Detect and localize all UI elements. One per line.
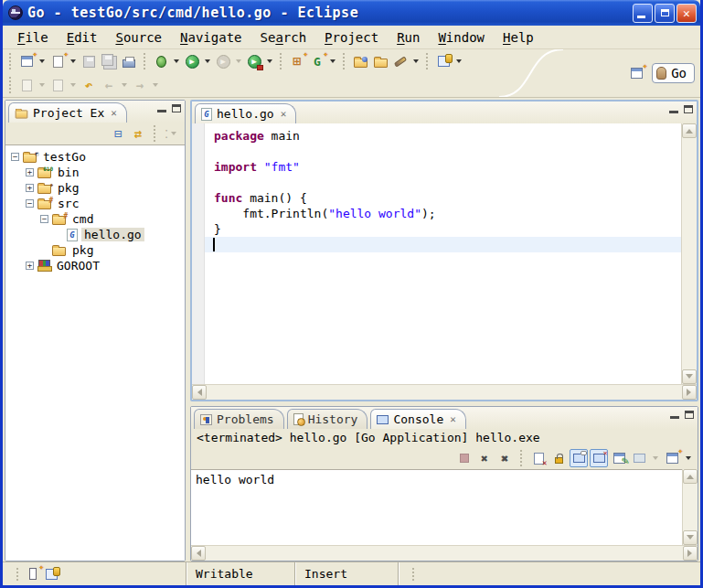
scroll-right-button[interactable] <box>683 546 698 561</box>
menu-source[interactable]: Source <box>106 27 171 48</box>
explorer-content[interactable]: −◩testGo+010bin+◆pkg−#src−#cmdGhello.gop… <box>5 144 185 561</box>
tree-item-src[interactable]: −#src <box>5 196 185 211</box>
save-all-button[interactable] <box>100 52 118 70</box>
annotation-ruler[interactable] <box>192 123 205 384</box>
expand-expander-icon[interactable]: + <box>26 184 34 192</box>
console-horizontal-scrollbar[interactable] <box>191 545 698 561</box>
minimize-view-icon[interactable] <box>157 110 166 112</box>
new-file-dropdown[interactable] <box>70 59 76 63</box>
maximize-view-icon[interactable] <box>685 411 694 419</box>
new-go-element-button[interactable]: G✦ <box>308 52 326 70</box>
previous-annotation-dropdown[interactable] <box>70 83 76 87</box>
scroll-down-button[interactable] <box>682 369 697 384</box>
close-icon[interactable]: ✕ <box>111 107 117 119</box>
previous-annotation-button[interactable] <box>48 76 67 94</box>
scroll-right-button[interactable] <box>682 385 697 400</box>
new-go-element-dropdown[interactable] <box>330 59 336 63</box>
scroll-down-button[interactable] <box>683 530 698 545</box>
toolbar-gripper[interactable] <box>343 53 346 69</box>
clear-console-button[interactable]: ✕ <box>529 449 548 467</box>
debug-dropdown[interactable] <box>174 59 179 63</box>
last-edit-location-button[interactable]: ↶ <box>80 76 98 94</box>
sync-launch-dropdown[interactable] <box>456 59 462 63</box>
display-console-dropdown[interactable] <box>653 456 658 460</box>
show-stdout-toggle-button[interactable] <box>570 449 588 467</box>
sync-launch-button[interactable] <box>434 52 453 70</box>
debug-button[interactable] <box>152 52 170 70</box>
remove-launch-button[interactable]: ✖ <box>475 449 494 467</box>
scroll-left-button[interactable] <box>191 546 206 561</box>
code-line[interactable]: } <box>205 221 681 237</box>
collapse-all-button[interactable]: ⊟ <box>109 124 127 143</box>
open-folder-button[interactable] <box>351 52 369 70</box>
close-button[interactable]: ✕ <box>676 4 697 23</box>
menu-help[interactable]: Help <box>494 27 543 48</box>
back-dropdown[interactable] <box>122 83 127 87</box>
toolbar-gripper[interactable] <box>9 53 12 69</box>
external-tools-button[interactable]: ▶ <box>245 52 263 70</box>
minimize-view-icon[interactable] <box>669 111 678 113</box>
toolbar-gripper[interactable] <box>144 53 146 69</box>
search-dropdown[interactable] <box>413 59 419 63</box>
console-output-area[interactable]: hello world <box>191 469 682 545</box>
next-annotation-dropdown[interactable] <box>39 83 45 87</box>
code-line[interactable] <box>205 144 681 159</box>
menu-edit[interactable]: Edit <box>58 27 107 48</box>
menu-file[interactable]: File <box>8 27 58 48</box>
code-line[interactable]: fmt.Println("hello world"); <box>205 206 681 221</box>
expand-expander-icon[interactable]: + <box>26 262 34 270</box>
tab-console[interactable]: Console✕ <box>370 409 465 429</box>
tab-hello-go[interactable]: G hello.go ✕ <box>195 103 296 123</box>
scroll-up-button[interactable] <box>683 469 698 484</box>
tree-item-hello-go[interactable]: Ghello.go <box>5 227 185 242</box>
view-menu-button[interactable]: ⁚ <box>163 124 181 143</box>
menu-navigate[interactable]: Navigate <box>171 27 250 48</box>
tree-item-cmd[interactable]: −#cmd <box>5 211 185 227</box>
open-perspective-button[interactable]: ✦ <box>627 64 645 82</box>
code-line[interactable]: package main <box>205 128 681 144</box>
expand-expander-icon[interactable]: + <box>26 168 34 176</box>
collapse-expander-icon[interactable]: − <box>11 153 19 161</box>
forward-button[interactable]: → <box>131 76 149 94</box>
fast-view-button[interactable]: ✦ <box>24 565 42 583</box>
profile-button[interactable]: ▶ <box>214 52 232 70</box>
search-button[interactable] <box>391 52 410 70</box>
save-button[interactable] <box>80 52 98 70</box>
link-with-editor-button[interactable]: ⇄ <box>129 124 147 143</box>
toolbar-gripper[interactable] <box>280 53 282 69</box>
toolbar-gripper[interactable] <box>426 53 429 69</box>
tab-history[interactable]: History <box>287 409 368 429</box>
show-stderr-toggle-button[interactable]: ✕ <box>590 449 608 467</box>
code-line[interactable] <box>205 175 681 190</box>
open-console-dropdown[interactable] <box>686 456 691 460</box>
go-perspective-button[interactable]: Go <box>652 63 695 83</box>
toolbar-gripper[interactable] <box>9 77 12 93</box>
new-wizard-dropdown[interactable] <box>39 59 45 63</box>
code-area[interactable]: package mainimport "fmt"func main() { fm… <box>205 123 681 384</box>
maximize-button[interactable] <box>655 4 675 23</box>
menu-project[interactable]: Project <box>315 27 388 48</box>
editor-vertical-scrollbar[interactable] <box>681 123 697 384</box>
new-wizard-button[interactable]: ✦ <box>17 52 36 70</box>
open-resource-button[interactable] <box>371 52 389 70</box>
remove-all-launches-button[interactable]: ✖✖ <box>495 449 514 467</box>
menu-window[interactable]: Window <box>429 27 494 48</box>
minimize-button[interactable] <box>633 4 653 23</box>
forward-dropdown[interactable] <box>153 83 158 87</box>
run-dropdown[interactable] <box>205 59 210 63</box>
collapse-expander-icon[interactable]: − <box>26 199 34 208</box>
tab-project-explorer[interactable]: Project Ex ✕ <box>8 102 127 123</box>
minimize-view-icon[interactable] <box>670 416 679 419</box>
terminate-button[interactable] <box>455 449 474 467</box>
code-line[interactable]: import "fmt" <box>205 159 681 175</box>
scroll-left-button[interactable] <box>192 385 207 400</box>
menu-run[interactable]: Run <box>388 27 429 48</box>
scroll-up-button[interactable] <box>682 123 697 138</box>
console-vertical-scrollbar[interactable] <box>682 469 698 545</box>
tree-item-pkg[interactable]: +◆pkg <box>5 180 185 196</box>
collapse-expander-icon[interactable]: − <box>40 215 48 223</box>
menu-search[interactable]: Search <box>251 27 316 48</box>
close-icon[interactable]: ✕ <box>450 413 456 425</box>
run-button[interactable]: ▶ <box>183 52 201 70</box>
display-console-button[interactable] <box>630 449 648 467</box>
